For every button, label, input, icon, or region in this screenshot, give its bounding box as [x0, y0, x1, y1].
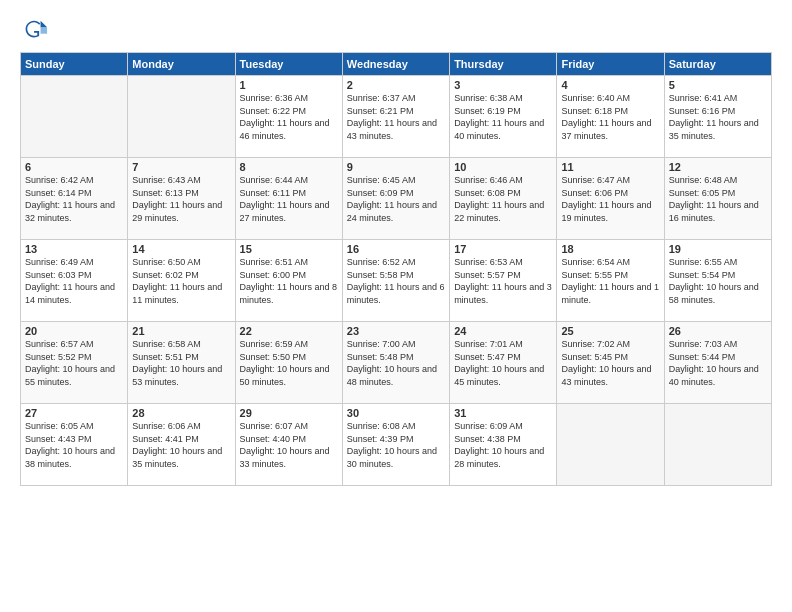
logo-icon — [20, 16, 48, 44]
calendar-cell: 27 Sunrise: 6:05 AM Sunset: 4:43 PM Dayl… — [21, 404, 128, 486]
day-info: Sunrise: 6:48 AM Sunset: 6:05 PM Dayligh… — [669, 174, 767, 224]
calendar-cell — [664, 404, 771, 486]
day-number: 23 — [347, 325, 445, 337]
calendar-table: SundayMondayTuesdayWednesdayThursdayFrid… — [20, 52, 772, 486]
day-info: Sunrise: 6:50 AM Sunset: 6:02 PM Dayligh… — [132, 256, 230, 306]
calendar-week-row: 13 Sunrise: 6:49 AM Sunset: 6:03 PM Dayl… — [21, 240, 772, 322]
calendar-cell: 14 Sunrise: 6:50 AM Sunset: 6:02 PM Dayl… — [128, 240, 235, 322]
day-info: Sunrise: 7:01 AM Sunset: 5:47 PM Dayligh… — [454, 338, 552, 388]
calendar-cell: 17 Sunrise: 6:53 AM Sunset: 5:57 PM Dayl… — [450, 240, 557, 322]
day-info: Sunrise: 6:09 AM Sunset: 4:38 PM Dayligh… — [454, 420, 552, 470]
weekday-header: Tuesday — [235, 53, 342, 76]
day-info: Sunrise: 6:49 AM Sunset: 6:03 PM Dayligh… — [25, 256, 123, 306]
day-number: 7 — [132, 161, 230, 173]
day-info: Sunrise: 6:44 AM Sunset: 6:11 PM Dayligh… — [240, 174, 338, 224]
weekday-header: Wednesday — [342, 53, 449, 76]
calendar-cell: 26 Sunrise: 7:03 AM Sunset: 5:44 PM Dayl… — [664, 322, 771, 404]
day-info: Sunrise: 6:37 AM Sunset: 6:21 PM Dayligh… — [347, 92, 445, 142]
day-number: 22 — [240, 325, 338, 337]
calendar-week-row: 6 Sunrise: 6:42 AM Sunset: 6:14 PM Dayli… — [21, 158, 772, 240]
day-info: Sunrise: 6:47 AM Sunset: 6:06 PM Dayligh… — [561, 174, 659, 224]
day-info: Sunrise: 6:36 AM Sunset: 6:22 PM Dayligh… — [240, 92, 338, 142]
calendar-cell: 8 Sunrise: 6:44 AM Sunset: 6:11 PM Dayli… — [235, 158, 342, 240]
day-number: 27 — [25, 407, 123, 419]
calendar-cell: 18 Sunrise: 6:54 AM Sunset: 5:55 PM Dayl… — [557, 240, 664, 322]
calendar-cell: 10 Sunrise: 6:46 AM Sunset: 6:08 PM Dayl… — [450, 158, 557, 240]
day-number: 1 — [240, 79, 338, 91]
day-number: 29 — [240, 407, 338, 419]
calendar-cell: 15 Sunrise: 6:51 AM Sunset: 6:00 PM Dayl… — [235, 240, 342, 322]
day-number: 26 — [669, 325, 767, 337]
day-info: Sunrise: 6:59 AM Sunset: 5:50 PM Dayligh… — [240, 338, 338, 388]
day-info: Sunrise: 6:43 AM Sunset: 6:13 PM Dayligh… — [132, 174, 230, 224]
day-number: 17 — [454, 243, 552, 255]
day-number: 21 — [132, 325, 230, 337]
day-number: 6 — [25, 161, 123, 173]
calendar-cell: 2 Sunrise: 6:37 AM Sunset: 6:21 PM Dayli… — [342, 76, 449, 158]
calendar-cell: 7 Sunrise: 6:43 AM Sunset: 6:13 PM Dayli… — [128, 158, 235, 240]
calendar-cell: 25 Sunrise: 7:02 AM Sunset: 5:45 PM Dayl… — [557, 322, 664, 404]
calendar-cell — [128, 76, 235, 158]
day-info: Sunrise: 6:05 AM Sunset: 4:43 PM Dayligh… — [25, 420, 123, 470]
day-info: Sunrise: 6:52 AM Sunset: 5:58 PM Dayligh… — [347, 256, 445, 306]
calendar-cell: 4 Sunrise: 6:40 AM Sunset: 6:18 PM Dayli… — [557, 76, 664, 158]
weekday-header-row: SundayMondayTuesdayWednesdayThursdayFrid… — [21, 53, 772, 76]
day-number: 12 — [669, 161, 767, 173]
calendar-cell: 3 Sunrise: 6:38 AM Sunset: 6:19 PM Dayli… — [450, 76, 557, 158]
day-number: 14 — [132, 243, 230, 255]
logo — [20, 16, 52, 44]
calendar-cell: 12 Sunrise: 6:48 AM Sunset: 6:05 PM Dayl… — [664, 158, 771, 240]
calendar-cell: 6 Sunrise: 6:42 AM Sunset: 6:14 PM Dayli… — [21, 158, 128, 240]
calendar-cell: 20 Sunrise: 6:57 AM Sunset: 5:52 PM Dayl… — [21, 322, 128, 404]
day-info: Sunrise: 6:55 AM Sunset: 5:54 PM Dayligh… — [669, 256, 767, 306]
calendar-cell: 19 Sunrise: 6:55 AM Sunset: 5:54 PM Dayl… — [664, 240, 771, 322]
day-number: 5 — [669, 79, 767, 91]
calendar-cell: 31 Sunrise: 6:09 AM Sunset: 4:38 PM Dayl… — [450, 404, 557, 486]
day-number: 11 — [561, 161, 659, 173]
day-number: 16 — [347, 243, 445, 255]
day-number: 8 — [240, 161, 338, 173]
header — [20, 16, 772, 44]
day-info: Sunrise: 7:03 AM Sunset: 5:44 PM Dayligh… — [669, 338, 767, 388]
day-info: Sunrise: 6:58 AM Sunset: 5:51 PM Dayligh… — [132, 338, 230, 388]
day-number: 19 — [669, 243, 767, 255]
calendar-cell: 21 Sunrise: 6:58 AM Sunset: 5:51 PM Dayl… — [128, 322, 235, 404]
day-info: Sunrise: 6:42 AM Sunset: 6:14 PM Dayligh… — [25, 174, 123, 224]
day-info: Sunrise: 6:41 AM Sunset: 6:16 PM Dayligh… — [669, 92, 767, 142]
day-number: 4 — [561, 79, 659, 91]
weekday-header: Monday — [128, 53, 235, 76]
calendar-week-row: 27 Sunrise: 6:05 AM Sunset: 4:43 PM Dayl… — [21, 404, 772, 486]
calendar-cell: 28 Sunrise: 6:06 AM Sunset: 4:41 PM Dayl… — [128, 404, 235, 486]
day-number: 20 — [25, 325, 123, 337]
calendar-cell — [557, 404, 664, 486]
day-number: 10 — [454, 161, 552, 173]
calendar-week-row: 20 Sunrise: 6:57 AM Sunset: 5:52 PM Dayl… — [21, 322, 772, 404]
day-info: Sunrise: 6:53 AM Sunset: 5:57 PM Dayligh… — [454, 256, 552, 306]
weekday-header: Friday — [557, 53, 664, 76]
calendar-cell: 16 Sunrise: 6:52 AM Sunset: 5:58 PM Dayl… — [342, 240, 449, 322]
calendar-cell: 9 Sunrise: 6:45 AM Sunset: 6:09 PM Dayli… — [342, 158, 449, 240]
day-info: Sunrise: 6:08 AM Sunset: 4:39 PM Dayligh… — [347, 420, 445, 470]
day-number: 24 — [454, 325, 552, 337]
day-number: 31 — [454, 407, 552, 419]
day-info: Sunrise: 6:54 AM Sunset: 5:55 PM Dayligh… — [561, 256, 659, 306]
day-info: Sunrise: 6:46 AM Sunset: 6:08 PM Dayligh… — [454, 174, 552, 224]
day-number: 2 — [347, 79, 445, 91]
calendar-cell: 13 Sunrise: 6:49 AM Sunset: 6:03 PM Dayl… — [21, 240, 128, 322]
page: SundayMondayTuesdayWednesdayThursdayFrid… — [0, 0, 792, 612]
calendar-cell — [21, 76, 128, 158]
day-info: Sunrise: 6:38 AM Sunset: 6:19 PM Dayligh… — [454, 92, 552, 142]
day-number: 25 — [561, 325, 659, 337]
calendar-cell: 22 Sunrise: 6:59 AM Sunset: 5:50 PM Dayl… — [235, 322, 342, 404]
day-info: Sunrise: 6:07 AM Sunset: 4:40 PM Dayligh… — [240, 420, 338, 470]
day-info: Sunrise: 7:00 AM Sunset: 5:48 PM Dayligh… — [347, 338, 445, 388]
day-number: 9 — [347, 161, 445, 173]
day-info: Sunrise: 6:40 AM Sunset: 6:18 PM Dayligh… — [561, 92, 659, 142]
calendar-cell: 11 Sunrise: 6:47 AM Sunset: 6:06 PM Dayl… — [557, 158, 664, 240]
calendar-cell: 23 Sunrise: 7:00 AM Sunset: 5:48 PM Dayl… — [342, 322, 449, 404]
weekday-header: Saturday — [664, 53, 771, 76]
weekday-header: Thursday — [450, 53, 557, 76]
calendar-week-row: 1 Sunrise: 6:36 AM Sunset: 6:22 PM Dayli… — [21, 76, 772, 158]
day-number: 15 — [240, 243, 338, 255]
day-number: 28 — [132, 407, 230, 419]
